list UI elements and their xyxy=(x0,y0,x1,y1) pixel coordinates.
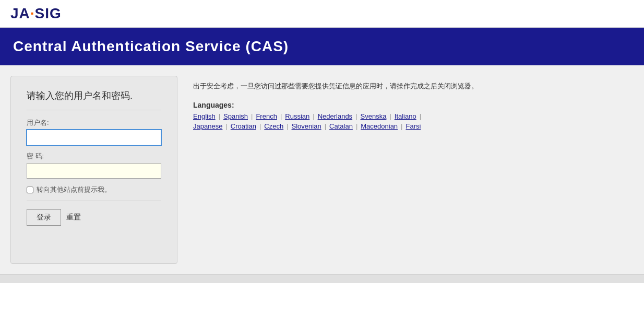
login-button[interactable]: 登录 xyxy=(27,209,61,226)
logo-dot: · xyxy=(30,5,35,21)
main-content: 请输入您的用户名和密码. 用户名: 密 码: 转向其他站点前提示我。 登录 重置… xyxy=(0,65,644,274)
lang-catalan[interactable]: Catalan xyxy=(329,122,353,130)
lang-czech[interactable]: Czech xyxy=(264,122,283,130)
username-label: 用户名: xyxy=(27,118,161,128)
banner-title: Central Authentication Service (CAS) xyxy=(13,38,631,55)
sep-5: | xyxy=(355,112,357,120)
warn-label: 转向其他站点前提示我。 xyxy=(37,185,111,194)
languages-row-1: English | Spanish | French | Russian | N… xyxy=(193,112,634,120)
warn-checkbox-group: 转向其他站点前提示我。 xyxy=(27,185,161,194)
header: JA·SIG xyxy=(0,0,644,28)
banner: Central Authentication Service (CAS) xyxy=(0,28,644,65)
logo-text: JA·SIG xyxy=(10,5,62,22)
password-label: 密 码: xyxy=(27,152,161,161)
sep-4: | xyxy=(313,112,314,120)
lang-japanese[interactable]: Japanese xyxy=(193,122,222,130)
lang-croatian[interactable]: Croatian xyxy=(231,122,256,130)
sep-3: | xyxy=(280,112,282,120)
sep-1: | xyxy=(219,112,220,120)
lang-svenska[interactable]: Svenska xyxy=(361,112,387,120)
logo-part1: JA xyxy=(10,5,30,21)
username-input[interactable] xyxy=(27,130,161,145)
lang-farsi[interactable]: Farsi xyxy=(406,122,421,130)
sep-13: | xyxy=(401,122,402,130)
warn-checkbox[interactable] xyxy=(27,187,33,193)
sep-6: | xyxy=(389,112,391,120)
password-input[interactable] xyxy=(27,163,161,179)
right-panel: 出于安全考虑，一旦您访问过那些需要您提供凭证信息的应用时，请操作完成之后关闭浏览… xyxy=(193,76,634,264)
login-heading: 请输入您的用户名和密码. xyxy=(27,89,161,102)
lang-macedonian[interactable]: Macedonian xyxy=(361,122,398,130)
reset-button[interactable]: 重置 xyxy=(66,213,81,222)
lang-spanish[interactable]: Spanish xyxy=(223,112,248,120)
sep-11: | xyxy=(325,122,326,130)
logo: JA·SIG xyxy=(10,5,634,22)
security-notice: 出于安全考虑，一旦您访问过那些需要您提供凭证信息的应用时，请操作完成之后关闭浏览… xyxy=(193,81,634,91)
lang-italiano[interactable]: Italiano xyxy=(395,112,416,120)
logo-part2: SIG xyxy=(35,5,62,21)
footer xyxy=(0,274,644,283)
sep-10: | xyxy=(287,122,288,130)
sep-9: | xyxy=(259,122,261,130)
lang-nederlands[interactable]: Nederlands xyxy=(318,112,353,120)
lang-french[interactable]: French xyxy=(256,112,277,120)
form-divider-bottom xyxy=(27,201,161,201)
button-row: 登录 重置 xyxy=(27,209,161,226)
languages-label: Languages: xyxy=(193,101,634,109)
lang-slovenian[interactable]: Slovenian xyxy=(292,122,321,130)
languages-section: Languages: English | Spanish | French | … xyxy=(193,101,634,130)
lang-russian[interactable]: Russian xyxy=(285,112,309,120)
sep-7: | xyxy=(420,112,421,120)
username-group: 用户名: xyxy=(27,118,161,145)
languages-row-2: Japanese | Croatian | Czech | Slovenian … xyxy=(193,122,634,130)
sep-12: | xyxy=(356,122,357,130)
sep-8: | xyxy=(225,122,227,130)
lang-english[interactable]: English xyxy=(193,112,216,120)
sep-2: | xyxy=(251,112,253,120)
password-group: 密 码: xyxy=(27,152,161,179)
login-panel: 请输入您的用户名和密码. 用户名: 密 码: 转向其他站点前提示我。 登录 重置 xyxy=(10,76,177,264)
form-divider-top xyxy=(27,110,161,110)
